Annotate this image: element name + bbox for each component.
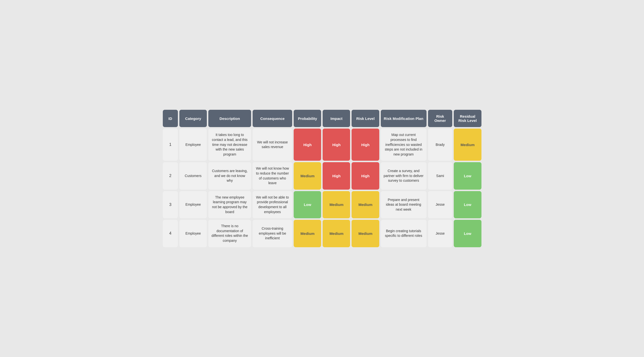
risk-register-table: IDCategoryDescriptionConsequenceProbabil…: [161, 108, 483, 249]
cell-category: Employee: [179, 220, 207, 247]
cell-risk-mod-plan: Begin creating tutorials specific to dif…: [381, 220, 426, 247]
cell-risk-owner: Sami: [428, 162, 452, 189]
header-col-impact: Impact: [322, 110, 350, 127]
header-col-id: ID: [163, 110, 178, 127]
cell-risk-level: Medium: [352, 191, 379, 218]
cell-impact: High: [322, 129, 350, 161]
cell-consequence: We will not know how to reduce the numbe…: [252, 162, 292, 189]
cell-consequence: We will not increase sales revenue: [252, 129, 292, 161]
table-body: 1EmployeeIt takes too long to contact a …: [163, 129, 482, 247]
header-col-probability: Probability: [294, 110, 321, 127]
cell-description: Customers are leaving, and we do not kno…: [208, 162, 251, 189]
cell-probability: Medium: [294, 162, 321, 189]
cell-probability: Medium: [294, 220, 321, 247]
cell-risk-mod-plan: Create a survey, and partner with firm t…: [381, 162, 426, 189]
cell-impact: High: [322, 162, 350, 189]
cell-consequence: Cross-training employees will be ineffic…: [252, 220, 292, 247]
cell-category: Customers: [179, 162, 207, 189]
cell-id: 3: [163, 191, 178, 218]
cell-id: 1: [163, 129, 178, 161]
table-header: IDCategoryDescriptionConsequenceProbabil…: [163, 110, 482, 127]
table-row: 1EmployeeIt takes too long to contact a …: [163, 129, 482, 161]
cell-residual-risk: Medium: [454, 129, 481, 161]
cell-residual-risk: Low: [454, 220, 481, 247]
cell-id: 2: [163, 162, 178, 189]
cell-risk-mod-plan: Map out current processes to find ineffi…: [381, 129, 426, 161]
header-col-risk-level: Risk Level: [352, 110, 379, 127]
header-col-category: Category: [179, 110, 207, 127]
cell-residual-risk: Low: [454, 191, 481, 218]
header-col-description: Description: [208, 110, 251, 127]
header-col-risk-mod-plan: Risk Modification Plan: [381, 110, 426, 127]
cell-description: It takes too long to contact a lead, and…: [208, 129, 251, 161]
cell-risk-owner: Brady: [428, 129, 452, 161]
cell-risk-level: Medium: [352, 220, 379, 247]
cell-risk-owner: Jesse: [428, 220, 452, 247]
table-row: 2CustomersCustomers are leaving, and we …: [163, 162, 482, 189]
cell-probability: Low: [294, 191, 321, 218]
table-row: 4EmployeeThere is no documentation of di…: [163, 220, 482, 247]
cell-risk-level: High: [352, 129, 379, 161]
cell-residual-risk: Low: [454, 162, 481, 189]
cell-description: There is no documentation of different r…: [208, 220, 251, 247]
table-row: 3EmployeeThe new employee learning progr…: [163, 191, 482, 218]
cell-id: 4: [163, 220, 178, 247]
cell-consequence: We will not be able to provide professio…: [252, 191, 292, 218]
header-col-residual-risk: Residual Risk Level: [454, 110, 481, 127]
cell-probability: High: [294, 129, 321, 161]
cell-category: Employee: [179, 129, 207, 161]
header-col-consequence: Consequence: [252, 110, 292, 127]
cell-impact: Medium: [322, 191, 350, 218]
cell-risk-mod-plan: Prepare and present ideas at board meeti…: [381, 191, 426, 218]
cell-risk-level: High: [352, 162, 379, 189]
header-col-risk-owner: Risk Owner: [428, 110, 452, 127]
cell-risk-owner: Jesse: [428, 191, 452, 218]
cell-category: Employee: [179, 191, 207, 218]
cell-description: The new employee learning program may no…: [208, 191, 251, 218]
cell-impact: Medium: [322, 220, 350, 247]
